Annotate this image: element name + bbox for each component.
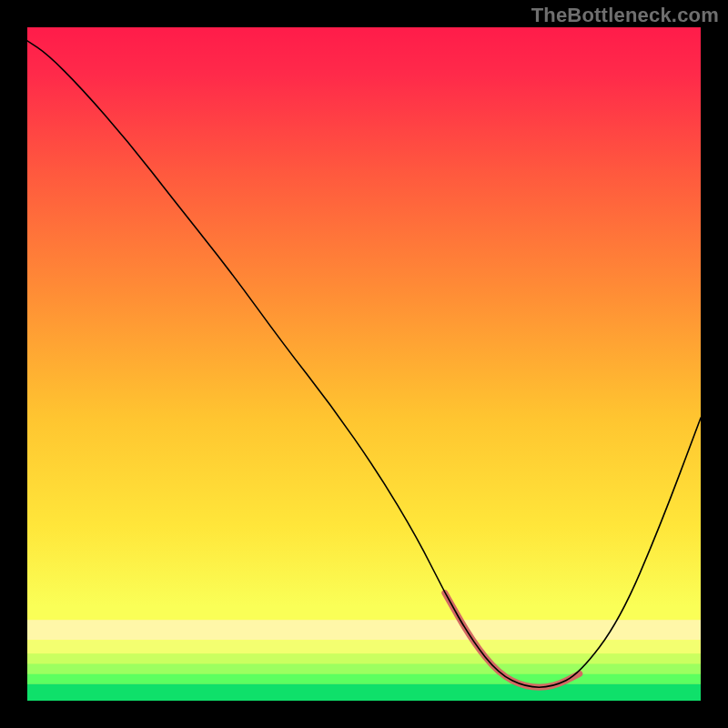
gradient-background bbox=[27, 27, 701, 701]
bottom-band-0 bbox=[27, 620, 701, 640]
watermark-text: TheBottleneck.com bbox=[531, 4, 719, 27]
bottom-band-4 bbox=[27, 673, 701, 683]
bottom-band-3 bbox=[27, 663, 701, 673]
bottom-band-2 bbox=[27, 653, 701, 663]
bottom-band-5 bbox=[27, 684, 701, 702]
plot-svg bbox=[27, 27, 701, 701]
chart-frame: TheBottleneck.com bbox=[0, 0, 728, 728]
plot-area bbox=[27, 27, 701, 701]
